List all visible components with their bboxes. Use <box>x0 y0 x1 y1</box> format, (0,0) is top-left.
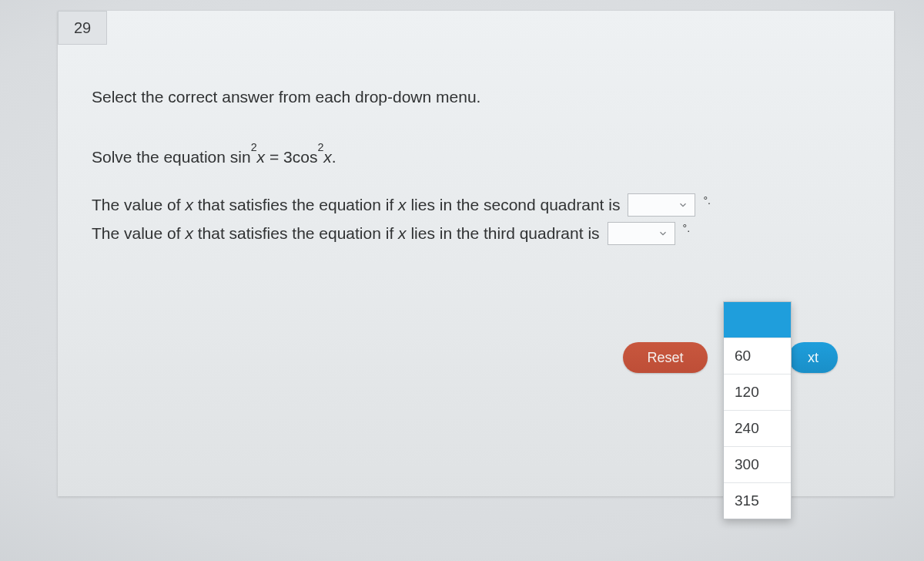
eq-exp1: 2 <box>251 141 257 153</box>
eq-fn2: cos <box>293 148 318 166</box>
l1-var2: x <box>398 196 407 213</box>
l2-b: that satisfies the equation if <box>193 224 398 242</box>
dropdown-option[interactable]: 300 <box>724 447 791 483</box>
dropdown-third-quadrant[interactable] <box>608 222 675 245</box>
eq-var1: x <box>257 148 266 166</box>
question-number: 29 <box>74 19 91 37</box>
dropdown-second-quadrant[interactable] <box>628 193 695 217</box>
l1-b: that satisfies the equation if <box>193 196 398 213</box>
answer-line-2: The value of x that satisfies the equati… <box>92 221 871 247</box>
eq-fn1: sin <box>230 148 251 166</box>
eq-period: . <box>332 148 336 166</box>
l1-text: The value of x that satisfies the equati… <box>92 193 620 218</box>
eq-exp2: 2 <box>317 141 323 153</box>
question-number-badge: 29 <box>58 11 107 45</box>
l2-var1: x <box>185 224 193 242</box>
instruction-text: Select the correct answer from each drop… <box>92 85 871 110</box>
dropdown-option[interactable]: 315 <box>724 483 791 519</box>
l2-text: The value of x that satisfies the equati… <box>92 221 600 247</box>
dropdown-option-blank[interactable] <box>724 302 791 338</box>
equation-text: Solve the equation sin2x = 3cos2x. <box>92 144 871 170</box>
unit-degree-2: °. <box>683 220 691 237</box>
dropdown-option[interactable]: 240 <box>724 411 791 447</box>
answer-line-1: The value of x that satisfies the equati… <box>92 193 871 218</box>
l1-c: lies in the second quadrant is <box>407 196 621 213</box>
l2-a: The value of <box>92 224 185 242</box>
dropdown-option[interactable]: 60 <box>724 338 791 375</box>
l1-a: The value of <box>92 196 185 213</box>
reset-button[interactable]: Reset <box>623 342 708 373</box>
dropdown-option[interactable]: 120 <box>724 375 791 411</box>
unit-degree-1: °. <box>703 193 711 210</box>
l2-var2: x <box>398 224 407 242</box>
eq-var2: x <box>323 148 332 166</box>
question-card: 29 Select the correct answer from each d… <box>58 11 894 496</box>
chevron-down-icon <box>678 200 688 210</box>
chevron-down-icon <box>658 228 668 239</box>
dropdown-third-quadrant-listbox[interactable]: 60 120 240 300 315 <box>723 301 792 519</box>
next-button[interactable]: xt <box>788 342 838 373</box>
question-content: Select the correct answer from each drop… <box>92 85 871 249</box>
eq-mid: = 3 <box>265 148 293 166</box>
l2-c: lies in the third quadrant is <box>407 224 600 242</box>
l1-var1: x <box>185 196 193 213</box>
eq-prefix: Solve the equation <box>92 148 230 166</box>
